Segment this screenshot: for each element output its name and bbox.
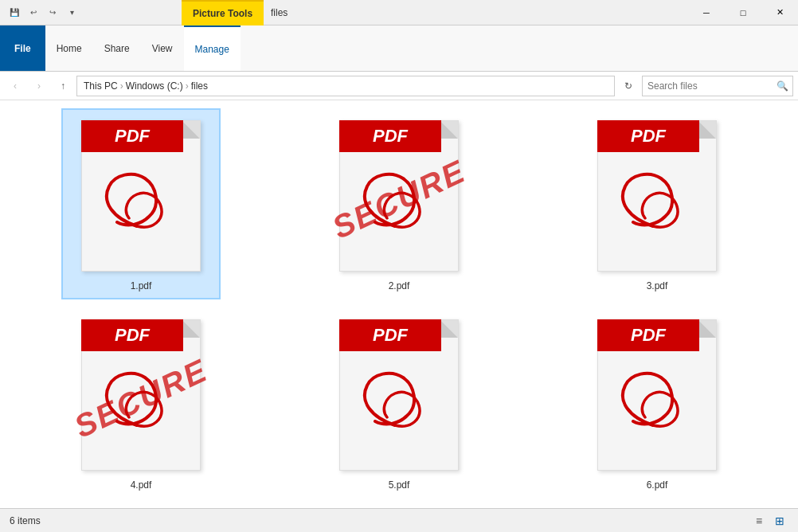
item-count: 6 items — [10, 515, 41, 526]
pdf-banner: PDF — [339, 319, 441, 351]
acrobat-icon — [343, 359, 447, 439]
pdf-banner: PDF — [339, 120, 441, 152]
tab-home[interactable]: Home — [45, 25, 93, 71]
quick-save-icon[interactable]: 💾 — [6, 5, 22, 21]
tab-manage[interactable]: Manage — [184, 25, 241, 71]
pdf-label: PDF — [373, 325, 408, 346]
tab-view[interactable]: View — [141, 25, 184, 71]
statusbar: 6 items ≡ ⊞ — [0, 508, 798, 532]
pdf-banner: PDF — [81, 120, 183, 152]
breadcrumb-folder[interactable]: files — [191, 80, 208, 92]
file-label: 5.pdf — [389, 479, 410, 491]
back-button[interactable]: ‹ — [5, 76, 25, 96]
file-label: 2.pdf — [389, 280, 410, 291]
file-item[interactable]: PDF SECURE2.pdf — [319, 108, 479, 299]
file-thumbnail: PDF — [593, 116, 721, 276]
sep2: › — [183, 80, 191, 92]
pdf-banner: PDF — [81, 319, 183, 351]
ribbon: File Home Share View Manage — [0, 25, 798, 72]
search-input[interactable] — [643, 80, 772, 92]
breadcrumb-thispc[interactable]: This PC — [84, 80, 118, 92]
sep1: › — [118, 80, 126, 92]
acrobat-icon — [601, 359, 705, 439]
breadcrumb-drive[interactable]: Windows (C:) — [126, 80, 183, 92]
quick-redo-icon[interactable]: ↪ — [45, 5, 61, 21]
search-icon[interactable]: 🔍 — [772, 76, 792, 96]
acrobat-icon — [85, 160, 189, 240]
details-view-btn[interactable]: ≡ — [750, 512, 768, 530]
pdf-banner: PDF — [597, 319, 699, 351]
search-box: 🔍 — [642, 76, 793, 96]
file-label: 6.pdf — [647, 479, 668, 491]
file-label: 3.pdf — [647, 280, 668, 291]
pdf-banner: PDF — [597, 120, 699, 152]
file-label: 4.pdf — [131, 479, 152, 491]
large-icons-view-btn[interactable]: ⊞ — [771, 512, 788, 530]
minimize-button[interactable]: ─ — [688, 0, 725, 25]
titlebar-icons: 💾 ↩ ↪ ▾ — [0, 5, 86, 21]
dropdown-icon[interactable]: ▾ — [64, 5, 80, 21]
file-item[interactable]: PDF SECURE4.pdf — [61, 307, 221, 499]
file-item[interactable]: PDF 6.pdf — [577, 307, 737, 499]
quick-undo-icon[interactable]: ↩ — [25, 5, 41, 21]
file-item[interactable]: PDF 5.pdf — [319, 307, 479, 499]
pdf-label: PDF — [115, 325, 150, 346]
file-thumbnail: PDF SECURE — [77, 315, 205, 475]
restore-button[interactable]: □ — [725, 0, 761, 25]
pdf-label: PDF — [631, 325, 666, 346]
pdf-label: PDF — [631, 126, 666, 147]
file-grid: PDF 1.pdfPDF SECURE2.pdfPDF 3.pdfPDF SEC… — [0, 100, 798, 508]
file-label: 1.pdf — [131, 280, 152, 291]
statusbar-right: ≡ ⊞ — [750, 512, 788, 530]
file-thumbnail: PDF SECURE — [335, 116, 463, 276]
tab-file[interactable]: File — [0, 25, 45, 71]
file-item[interactable]: PDF 1.pdf — [61, 108, 221, 299]
file-item[interactable]: PDF 3.pdf — [577, 108, 737, 299]
window-controls: ─ □ ✕ — [688, 0, 798, 25]
file-thumbnail: PDF — [77, 116, 205, 276]
window-title: files — [271, 7, 288, 18]
file-thumbnail: PDF — [335, 315, 463, 475]
tab-share[interactable]: Share — [93, 25, 141, 71]
forward-button[interactable]: › — [29, 76, 49, 96]
addressbar: ‹ › ↑ This PC › Windows (C:) › files ↻ 🔍 — [0, 72, 798, 100]
picture-tools-tab[interactable]: Picture Tools — [182, 0, 264, 25]
titlebar: 💾 ↩ ↪ ▾ Picture Tools files ─ □ ✕ — [0, 0, 798, 25]
close-button[interactable]: ✕ — [761, 0, 798, 25]
pdf-label: PDF — [115, 126, 150, 147]
up-button[interactable]: ↑ — [53, 76, 73, 96]
address-path[interactable]: This PC › Windows (C:) › files — [76, 76, 615, 96]
file-thumbnail: PDF — [593, 315, 721, 475]
acrobat-icon — [601, 160, 705, 240]
pdf-label: PDF — [373, 126, 408, 147]
refresh-button[interactable]: ↻ — [618, 76, 639, 96]
